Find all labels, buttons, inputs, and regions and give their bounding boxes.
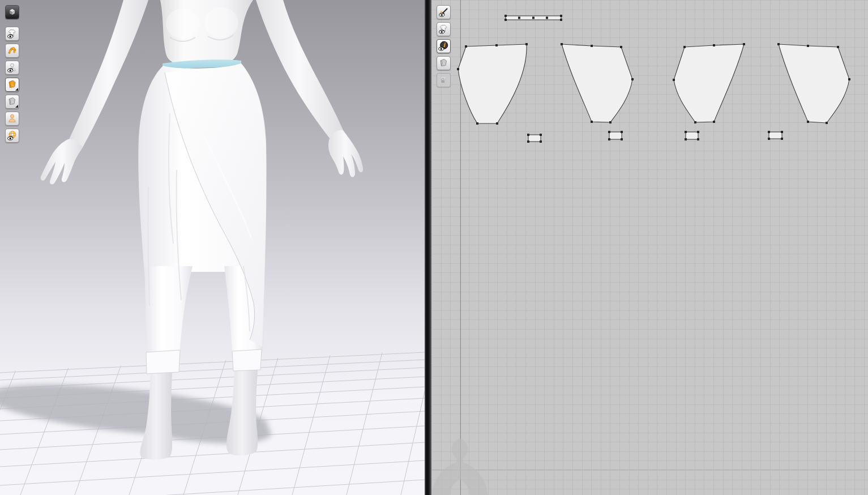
pattern-point[interactable]	[465, 45, 467, 48]
pattern-point[interactable]	[631, 78, 634, 80]
pattern-point[interactable]	[608, 131, 610, 133]
pattern-piece-pant-front-left[interactable]	[457, 43, 528, 125]
pattern-point[interactable]	[768, 131, 770, 133]
show-avatar-button[interactable]	[5, 61, 19, 75]
pattern-point[interactable]	[540, 134, 542, 136]
show-wireframe-icon	[7, 130, 18, 141]
toolbar-3d	[5, 5, 19, 143]
pattern-point[interactable]	[777, 43, 780, 45]
lock-pattern-button	[437, 73, 451, 87]
pattern-point[interactable]	[713, 44, 715, 46]
pattern-point[interactable]	[540, 140, 542, 143]
pattern-point[interactable]	[743, 43, 745, 45]
show-garment-button[interactable]	[5, 27, 19, 41]
pattern-point[interactable]	[504, 19, 507, 21]
viewport-3d-canvas[interactable]	[0, 0, 425, 495]
pattern-point[interactable]	[694, 121, 696, 123]
pattern-point[interactable]	[560, 15, 562, 17]
pattern-point[interactable]	[476, 122, 478, 125]
pattern-point[interactable]	[495, 44, 498, 46]
avatar-right-arm	[256, 0, 343, 138]
pattern-point[interactable]	[837, 46, 839, 48]
pattern-piece-pant-back-left[interactable]	[673, 43, 745, 123]
pattern-point[interactable]	[457, 68, 459, 70]
pattern-piece-cuff-3[interactable]	[685, 131, 699, 140]
pattern-point[interactable]	[713, 121, 715, 123]
garment-3d[interactable]	[138, 59, 266, 374]
pattern-point[interactable]	[768, 138, 770, 140]
viewport-3d[interactable]	[0, 0, 425, 495]
pattern-point[interactable]	[781, 131, 783, 133]
avatar-display-icon	[7, 113, 18, 124]
pattern-piece-cuff-1[interactable]	[527, 134, 542, 143]
pattern-point[interactable]	[697, 131, 699, 133]
pattern-point[interactable]	[591, 45, 593, 47]
pattern-point[interactable]	[685, 138, 687, 140]
show-fabric-icon	[7, 96, 18, 107]
pattern-point[interactable]	[561, 43, 563, 45]
pattern-point[interactable]	[620, 46, 622, 48]
viewport-divider[interactable]	[425, 0, 431, 495]
avatar-left-hand	[41, 139, 83, 185]
pattern-point[interactable]	[527, 134, 529, 136]
left-cuff-3d	[146, 350, 180, 374]
show-pattern-icon	[7, 79, 18, 90]
show-pins-icon	[7, 45, 18, 56]
show-pattern-info-button[interactable]: i	[437, 39, 451, 53]
pattern-piece-pant-back-right[interactable]	[777, 43, 850, 124]
show-garment-2d-button[interactable]	[437, 22, 451, 36]
lock-pattern-icon	[438, 75, 449, 86]
show-pins-button[interactable]	[5, 44, 19, 58]
pattern-point[interactable]	[518, 17, 520, 19]
pattern-piece-cuff-2[interactable]	[608, 131, 623, 140]
pattern-point[interactable]	[781, 138, 783, 140]
right-cuff-3d	[232, 349, 262, 371]
pattern-point[interactable]	[525, 43, 528, 45]
pattern-point[interactable]	[697, 138, 699, 140]
pattern-point[interactable]	[621, 138, 623, 140]
pattern-piece-cuff-4[interactable]	[768, 131, 783, 140]
pattern-point[interactable]	[609, 121, 612, 123]
waistband-piece[interactable]	[504, 15, 562, 21]
show-seamline-button[interactable]	[437, 5, 451, 19]
pattern-point[interactable]	[608, 138, 610, 140]
show-garment-2d-icon	[438, 24, 449, 35]
pattern-point[interactable]	[807, 121, 809, 123]
pattern-point[interactable]	[685, 131, 687, 133]
avatar-left-arm	[69, 0, 148, 148]
show-base-pattern-button[interactable]	[437, 56, 451, 70]
show-fabric-button[interactable]	[5, 95, 19, 109]
pattern-canvas-2d[interactable]	[431, 0, 868, 495]
pattern-point[interactable]	[683, 46, 686, 48]
avatar-display-button[interactable]	[5, 112, 19, 126]
show-garment-icon	[7, 28, 18, 39]
pattern-point[interactable]	[504, 15, 507, 17]
pattern-point[interactable]	[591, 121, 593, 123]
pattern-point[interactable]	[532, 17, 535, 19]
show-pattern-info-icon: i	[438, 41, 449, 52]
pattern-piece-pant-front-right[interactable]	[561, 43, 634, 123]
toolbar-2d: i	[437, 5, 451, 87]
pattern-point[interactable]	[527, 140, 529, 143]
render-style-button[interactable]	[5, 5, 19, 19]
viewport-2d[interactable]: i	[431, 0, 868, 495]
pattern-point[interactable]	[826, 122, 828, 124]
avatar-right-hand	[328, 130, 363, 177]
pattern-point[interactable]	[560, 19, 562, 21]
show-wireframe-button[interactable]	[5, 129, 19, 143]
pattern-point[interactable]	[673, 79, 675, 81]
show-seamline-icon	[438, 7, 449, 18]
pattern-point[interactable]	[496, 122, 498, 125]
pattern-point[interactable]	[546, 17, 548, 19]
show-pattern-button[interactable]	[5, 78, 19, 92]
show-base-pattern-icon	[438, 58, 449, 69]
render-style-icon	[7, 7, 18, 18]
show-avatar-icon	[7, 62, 18, 73]
pattern-point[interactable]	[848, 78, 850, 80]
pattern-point[interactable]	[621, 131, 623, 133]
pattern-point[interactable]	[807, 45, 809, 47]
